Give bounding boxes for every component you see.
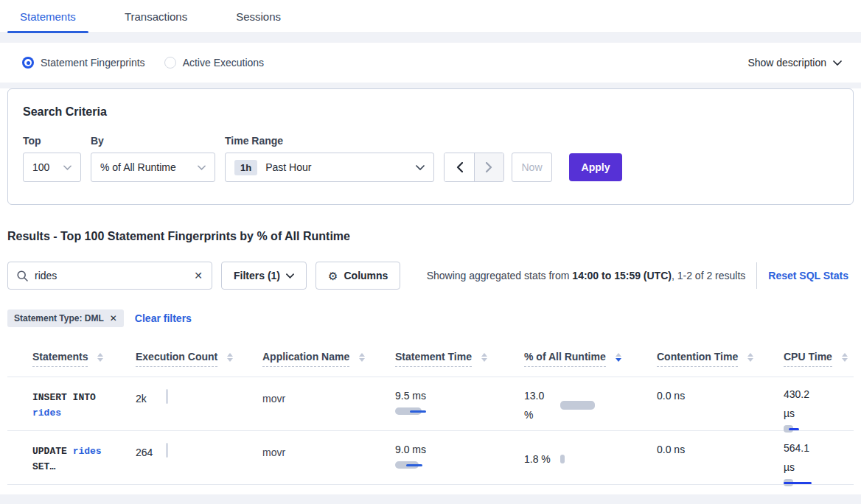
statements-table: Statements Execution Count Application N… <box>7 340 854 485</box>
sql-activity-page: Statements Transactions Sessions Stateme… <box>0 0 861 504</box>
clear-filters-link[interactable]: Clear filters <box>135 312 192 324</box>
gear-icon: ⚙ <box>328 270 338 281</box>
table-row: UPDATE rides SET… 264 movr 9.0 ms 1.8 % <box>7 431 854 485</box>
contention-time-cell: 0.0 ns <box>657 431 784 487</box>
col-cpu-time-label[interactable]: CPU Time <box>784 351 832 367</box>
tab-statements[interactable]: Statements <box>7 0 88 32</box>
radio-selected-icon <box>22 57 34 69</box>
cpu-time-value: 564.1 µs <box>784 438 818 477</box>
clear-search-icon[interactable]: ✕ <box>194 270 203 281</box>
sort-icon[interactable] <box>481 353 487 362</box>
time-range-badge: 1h <box>234 160 257 175</box>
statement-fingerprint-link[interactable]: INSERT INTO rides <box>32 377 136 433</box>
time-range-field: Time Range 1h Past Hour <box>225 135 434 182</box>
chevron-down-icon <box>833 60 842 66</box>
statement-time-bar <box>395 461 524 469</box>
radio-statement-fingerprints[interactable]: Statement Fingerprints <box>22 57 145 69</box>
show-description-toggle[interactable]: Show description <box>747 57 842 69</box>
execution-count-cell: 2k <box>136 377 262 433</box>
sort-icon[interactable] <box>359 353 365 362</box>
col-statement-time: Statement Time <box>395 351 524 367</box>
radio-active-executions-label: Active Executions <box>183 57 265 69</box>
pct-runtime-cell: 1.8 % <box>524 431 657 487</box>
stats-note-prefix: Showing aggregated stats from <box>427 270 573 281</box>
view-toggle-bar: Statement Fingerprints Active Executions… <box>0 43 861 83</box>
by-field: By % of All Runtime <box>91 135 215 182</box>
cpu-time-value: 430.2 µs <box>784 385 818 423</box>
search-criteria-title: Search Criteria <box>23 105 838 119</box>
tab-sessions[interactable]: Sessions <box>223 0 293 32</box>
application-name-cell: movr <box>262 377 395 433</box>
reset-sql-stats-link[interactable]: Reset SQL Stats <box>768 270 848 281</box>
sort-icon[interactable] <box>97 353 103 362</box>
columns-button[interactable]: ⚙ Columns <box>316 262 400 290</box>
pct-runtime-bar <box>560 455 565 463</box>
col-statements-label[interactable]: Statements <box>32 351 88 367</box>
top-select[interactable]: 100 <box>23 153 81 182</box>
statement-text: UPDATE <box>32 446 67 457</box>
sort-icon[interactable] <box>842 353 848 362</box>
now-button[interactable]: Now <box>512 153 552 182</box>
col-contention-time-label[interactable]: Contention Time <box>657 351 738 367</box>
radio-statement-fingerprints-label: Statement Fingerprints <box>41 57 145 69</box>
col-execution-count-label[interactable]: Execution Count <box>136 351 217 367</box>
pct-runtime-cell: 13.0 % <box>524 377 657 433</box>
time-range-select[interactable]: 1h Past Hour <box>225 153 434 182</box>
pct-runtime-value: 13.0 % <box>524 386 554 424</box>
contention-time-value: 0.0 ns <box>657 444 685 455</box>
application-name-value: movr <box>262 393 285 405</box>
execution-count-bar <box>166 389 168 404</box>
pct-runtime-bar <box>560 401 595 410</box>
col-pct-runtime-label[interactable]: % of All Runtime <box>524 351 606 367</box>
execution-count-cell: 264 <box>136 431 262 487</box>
filters-button-label: Filters (1) <box>234 270 280 281</box>
main-content: Search Criteria Top 100 By % of All Runt… <box>0 88 861 494</box>
tab-transactions[interactable]: Transactions <box>112 0 200 32</box>
chevron-right-icon <box>486 162 492 172</box>
execution-count-value: 2k <box>136 393 147 405</box>
by-select-value: % of All Runtime <box>100 161 176 173</box>
col-pct-runtime: % of All Runtime <box>524 351 657 367</box>
chevron-down-icon <box>286 273 294 279</box>
prev-time-button[interactable] <box>445 153 474 181</box>
by-field-label: By <box>91 135 215 147</box>
next-time-button[interactable] <box>474 153 503 181</box>
sort-icon[interactable] <box>227 353 233 362</box>
col-application-name: Application Name <box>262 351 395 367</box>
apply-button[interactable]: Apply <box>569 153 622 181</box>
radio-active-executions[interactable]: Active Executions <box>164 57 265 69</box>
application-name-cell: movr <box>262 431 395 487</box>
by-select[interactable]: % of All Runtime <box>91 153 215 182</box>
col-statement-time-label[interactable]: Statement Time <box>395 351 472 367</box>
sort-icon[interactable] <box>616 353 621 362</box>
table-row: INSERT INTO rides 2k movr 9.5 ms 13.0 <box>7 377 854 431</box>
statement-time-value: 9.0 ms <box>395 444 524 455</box>
chevron-down-icon <box>63 165 72 170</box>
sort-icon[interactable] <box>747 353 753 362</box>
filters-button[interactable]: Filters (1) <box>221 262 307 290</box>
time-range-value: Past Hour <box>265 161 416 173</box>
cpu-time-bar <box>784 478 854 487</box>
divider <box>756 262 757 289</box>
results-toolbar: ✕ Filters (1) ⚙ Columns Showing aggregat… <box>7 262 854 290</box>
cpu-time-cell: 564.1 µs <box>784 431 854 487</box>
statement-fingerprint-link[interactable]: UPDATE rides SET… <box>32 431 136 487</box>
col-cpu-time: CPU Time <box>784 351 854 367</box>
statement-time-cell: 9.5 ms <box>395 377 524 433</box>
statement-text: SET… <box>32 461 55 472</box>
filter-chip-label: Statement Type: DML <box>14 313 104 323</box>
chevron-down-icon <box>416 165 425 170</box>
results-title: Results - Top 100 Statement Fingerprints… <box>7 230 854 243</box>
contention-time-cell: 0.0 ns <box>657 377 784 433</box>
active-filters-bar: Statement Type: DML ✕ Clear filters <box>7 309 854 327</box>
remove-filter-icon[interactable]: ✕ <box>110 313 117 323</box>
now-button-label: Now <box>521 161 542 173</box>
search-input[interactable] <box>35 270 194 281</box>
cpu-time-cell: 430.2 µs <box>784 377 854 433</box>
application-name-value: movr <box>262 447 285 458</box>
col-application-name-label[interactable]: Application Name <box>262 351 349 367</box>
search-criteria-card: Search Criteria Top 100 By % of All Runt… <box>7 88 854 205</box>
tab-transactions-label: Transactions <box>125 10 187 23</box>
apply-button-label: Apply <box>582 161 610 173</box>
chevron-left-icon <box>456 162 463 172</box>
